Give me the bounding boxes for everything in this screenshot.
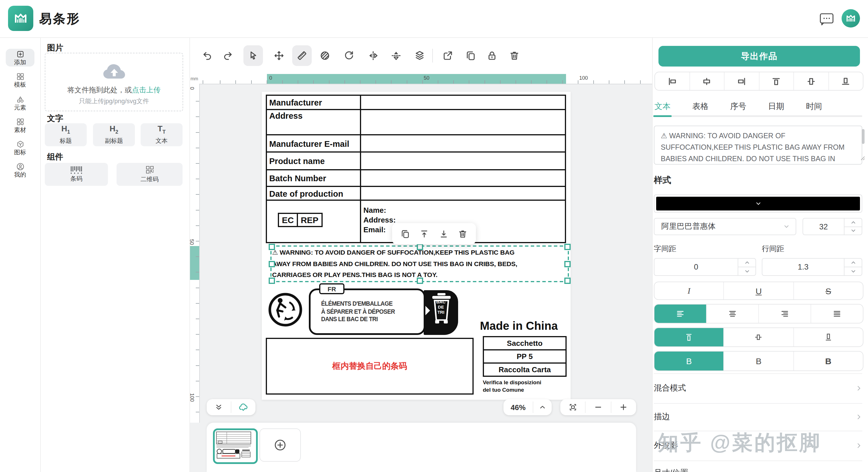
valign-bottom-button[interactable] bbox=[793, 328, 863, 346]
zoom-out-button[interactable] bbox=[586, 399, 611, 415]
resize-grip-icon[interactable] bbox=[860, 156, 865, 161]
weight-bold-button[interactable]: B bbox=[793, 351, 863, 370]
font-size-value[interactable]: 32 bbox=[803, 218, 844, 235]
move-tool-button[interactable] bbox=[269, 45, 289, 66]
label-info-table[interactable]: Manufacturer Address Manufacturer E-mail… bbox=[266, 95, 566, 243]
text-align-center-button[interactable] bbox=[706, 305, 758, 323]
sidebar-item-materials[interactable]: 素材 bbox=[6, 116, 34, 134]
selection-box[interactable] bbox=[270, 245, 569, 282]
text-align-left-button[interactable] bbox=[654, 305, 706, 323]
text-align-justify-button[interactable] bbox=[811, 305, 863, 323]
italic-button[interactable]: I bbox=[654, 282, 724, 299]
textarea-scrollbar[interactable] bbox=[862, 129, 865, 144]
stroke-row[interactable]: 描边 bbox=[654, 409, 862, 425]
add-subheading-card[interactable]: H2 副标题 bbox=[93, 123, 135, 146]
made-in-text[interactable]: Made in China bbox=[480, 319, 558, 333]
line-height-up[interactable] bbox=[844, 259, 862, 267]
zoom-in-button[interactable] bbox=[611, 399, 636, 415]
weight-light-button[interactable]: B bbox=[654, 351, 724, 370]
delete-button[interactable] bbox=[505, 45, 524, 66]
zoom-menu-button[interactable] bbox=[533, 399, 552, 415]
letter-spacing-up[interactable] bbox=[738, 259, 755, 267]
selection-handle-sw[interactable] bbox=[269, 278, 275, 284]
app-logo[interactable] bbox=[8, 6, 33, 31]
upload-dropzone[interactable]: 将文件拖到此处，或点击上传 只能上传jpg/png/svg文件 bbox=[45, 53, 183, 111]
tab-date[interactable]: 日期 bbox=[768, 102, 784, 112]
letter-spacing-value[interactable]: 0 bbox=[654, 259, 738, 275]
selection-handle-se[interactable] bbox=[564, 278, 570, 284]
weight-regular-button[interactable]: B bbox=[724, 351, 794, 370]
texture-tool-button[interactable] bbox=[315, 45, 335, 66]
duplicate-icon[interactable] bbox=[400, 229, 410, 239]
flip-vertical-button[interactable] bbox=[386, 45, 406, 66]
align-right-button[interactable] bbox=[724, 72, 758, 90]
letter-spacing-down[interactable] bbox=[738, 267, 755, 275]
selection-handle-ne[interactable] bbox=[564, 244, 570, 250]
valign-top-button[interactable] bbox=[654, 328, 724, 346]
send-to-back-icon[interactable] bbox=[439, 229, 449, 239]
font-size-down[interactable] bbox=[844, 227, 862, 235]
duplicate-button[interactable] bbox=[461, 45, 480, 66]
select-tool-button[interactable] bbox=[243, 45, 263, 66]
tab-time[interactable]: 时间 bbox=[806, 102, 822, 112]
layers-button[interactable] bbox=[410, 45, 429, 66]
add-barcode-card[interactable]: 条码 bbox=[45, 163, 108, 186]
font-size-up[interactable] bbox=[844, 218, 862, 227]
selection-handle-w[interactable] bbox=[269, 261, 275, 267]
cloud-sync-button[interactable] bbox=[231, 399, 255, 415]
sidebar-item-templates[interactable]: 模板 bbox=[6, 71, 34, 89]
blend-mode-row[interactable]: 混合模式 bbox=[654, 380, 862, 396]
text-color-field[interactable] bbox=[654, 194, 862, 213]
add-text-card[interactable]: TT 文本 bbox=[141, 123, 183, 146]
ruler-tool-button[interactable] bbox=[292, 45, 312, 66]
align-top-button[interactable] bbox=[758, 72, 794, 90]
material-table[interactable]: Sacchetto PP 5 Raccolta Carta bbox=[483, 336, 567, 377]
underline-button[interactable]: U bbox=[724, 282, 794, 299]
fr-packaging-bubble[interactable]: ÉLÉMENTS D'EMBALLAGE À SÉPARER ET À DÉPO… bbox=[309, 289, 425, 335]
selection-handle-e[interactable] bbox=[564, 261, 570, 267]
tab-text[interactable]: 文本 bbox=[654, 102, 671, 112]
page-thumbnail-selected[interactable] bbox=[213, 429, 258, 464]
sidebar-item-icons[interactable]: 图标 bbox=[6, 139, 34, 157]
redo-button[interactable] bbox=[218, 45, 238, 66]
sidebar-item-add[interactable]: 添加 bbox=[6, 49, 34, 67]
add-heading-card[interactable]: H1 标题 bbox=[45, 123, 87, 146]
sidebar-item-mine[interactable]: 我的 bbox=[6, 161, 34, 179]
line-height-down[interactable] bbox=[844, 267, 862, 275]
export-canvas-button[interactable] bbox=[438, 45, 458, 66]
fit-screen-button[interactable] bbox=[560, 399, 585, 415]
collapse-button[interactable] bbox=[207, 399, 231, 415]
tab-table[interactable]: 表格 bbox=[692, 102, 708, 112]
flip-horizontal-button[interactable] bbox=[363, 45, 383, 66]
align-left-button[interactable] bbox=[655, 72, 689, 90]
undo-button[interactable] bbox=[197, 45, 217, 66]
selection-handle-nw[interactable] bbox=[269, 244, 275, 250]
selection-handle-n[interactable] bbox=[417, 244, 423, 250]
line-height-value[interactable]: 1.3 bbox=[763, 259, 844, 275]
bac-de-tri-panel[interactable]: BAC DE TRI bbox=[424, 290, 458, 335]
size-position-row[interactable]: 尺寸/位置 bbox=[654, 465, 862, 472]
user-avatar[interactable] bbox=[842, 9, 860, 28]
align-bottom-button[interactable] bbox=[828, 72, 863, 90]
lock-button[interactable] bbox=[482, 45, 502, 66]
upload-link[interactable]: 点击上传 bbox=[132, 86, 161, 94]
align-center-h-button[interactable] bbox=[689, 72, 724, 90]
tab-serial[interactable]: 序号 bbox=[730, 102, 746, 112]
bring-to-front-icon[interactable] bbox=[420, 229, 430, 239]
rotate-button[interactable] bbox=[339, 45, 359, 66]
strikethrough-button[interactable]: S bbox=[793, 282, 863, 299]
selection-handle-s[interactable] bbox=[417, 278, 423, 284]
trash-icon[interactable] bbox=[458, 229, 468, 239]
add-page-button[interactable] bbox=[259, 429, 301, 462]
barcode-placeholder-box[interactable]: 框内替换自己的条码 bbox=[266, 338, 474, 395]
triman-recycle-icon[interactable] bbox=[268, 292, 304, 328]
feedback-chat-icon[interactable] bbox=[819, 12, 834, 26]
content-textarea[interactable]: ⚠ WARNING: TO AVOID DANGER OF SUFFOCATIO… bbox=[654, 126, 862, 165]
text-align-right-button[interactable] bbox=[758, 305, 811, 323]
align-middle-v-button[interactable] bbox=[794, 72, 828, 90]
export-button[interactable]: 导出作品 bbox=[658, 46, 860, 67]
font-family-select[interactable]: 阿里巴巴普惠体 bbox=[654, 218, 796, 235]
sidebar-item-elements[interactable]: 元素 bbox=[6, 94, 34, 112]
valign-middle-button[interactable] bbox=[724, 328, 794, 346]
add-qrcode-card[interactable]: 二维码 bbox=[117, 163, 183, 186]
